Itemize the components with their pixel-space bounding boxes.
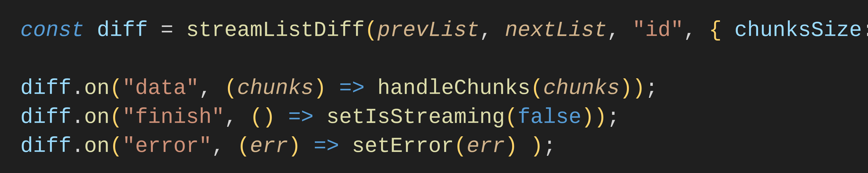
code-token: "error" — [122, 134, 212, 158]
code-token — [314, 105, 327, 129]
code-token: chunksSize — [735, 18, 862, 42]
code-token: ( — [365, 18, 377, 42]
code-token: . — [71, 134, 84, 158]
code-token: diff — [97, 18, 148, 42]
code-token: const — [20, 18, 84, 42]
code-token: ) — [263, 105, 275, 129]
code-token: on — [84, 105, 110, 129]
code-token: ( — [110, 134, 122, 158]
code-token — [275, 105, 288, 129]
code-token — [722, 18, 735, 42]
code-token: ) — [581, 105, 594, 129]
code-token: err — [250, 134, 288, 158]
code-token: = — [161, 18, 174, 42]
code-token: nextList — [505, 18, 607, 42]
code-token: ( — [530, 76, 543, 100]
code-token: { — [709, 18, 721, 42]
code-token: ( — [224, 76, 237, 100]
code-block: const diff = streamListDiff(prevList, ne… — [0, 0, 868, 173]
code-line: diff.on("data", (chunks) => handleChunks… — [20, 74, 868, 103]
code-token: ) — [530, 134, 543, 158]
code-token: ) — [314, 76, 327, 100]
code-token: err — [467, 134, 505, 158]
code-token: , — [479, 18, 505, 42]
code-token: setIsStreaming — [327, 105, 505, 129]
code-line: diff.on("error", (err) => setError(err) … — [20, 132, 868, 161]
code-token: "id" — [632, 18, 684, 42]
code-token — [518, 134, 530, 158]
code-token: ; — [543, 134, 556, 158]
code-token: handleChunks — [377, 76, 530, 100]
code-line — [20, 45, 868, 74]
code-token: setError — [352, 134, 454, 158]
code-token: ) — [288, 134, 301, 158]
code-token: chunks — [543, 76, 620, 100]
code-token: => — [314, 134, 339, 158]
code-token: ) — [620, 76, 632, 100]
code-token: ( — [110, 105, 122, 129]
code-token: , — [683, 18, 709, 42]
code-token: diff — [20, 76, 71, 100]
code-token — [327, 76, 339, 100]
code-token: false — [518, 105, 581, 129]
code-token — [84, 18, 97, 42]
code-line: diff.on("finish", () => setIsStreaming(f… — [20, 103, 868, 132]
code-token — [148, 18, 160, 42]
code-token: ) — [505, 134, 518, 158]
code-token — [339, 134, 352, 158]
code-token: ( — [505, 105, 518, 129]
code-token: on — [84, 76, 110, 100]
code-token: "data" — [122, 76, 199, 100]
code-token: ) — [594, 105, 607, 129]
code-token: ; — [645, 76, 658, 100]
code-token: ; — [607, 105, 620, 129]
code-token — [365, 76, 377, 100]
code-token: , — [224, 105, 250, 129]
code-token: ( — [250, 105, 262, 129]
code-token: streamListDiff — [186, 18, 365, 42]
code-token: on — [84, 134, 110, 158]
code-line: const diff = streamListDiff(prevList, ne… — [20, 16, 868, 45]
code-token: , — [199, 76, 224, 100]
code-token: ( — [110, 76, 122, 100]
code-token: diff — [20, 134, 71, 158]
code-token: ( — [454, 134, 467, 158]
code-token: , — [607, 18, 632, 42]
code-token: : — [862, 18, 868, 42]
code-token — [174, 18, 186, 42]
code-token: . — [71, 76, 84, 100]
code-token: chunks — [237, 76, 313, 100]
code-token: , — [212, 134, 237, 158]
code-token: => — [288, 105, 314, 129]
code-token: ) — [632, 76, 645, 100]
code-token: ( — [237, 134, 250, 158]
code-token: => — [339, 76, 365, 100]
code-token: . — [71, 105, 84, 129]
code-token: prevList — [377, 18, 479, 42]
code-token: "finish" — [122, 105, 224, 129]
code-token — [301, 134, 313, 158]
code-token: diff — [20, 105, 71, 129]
